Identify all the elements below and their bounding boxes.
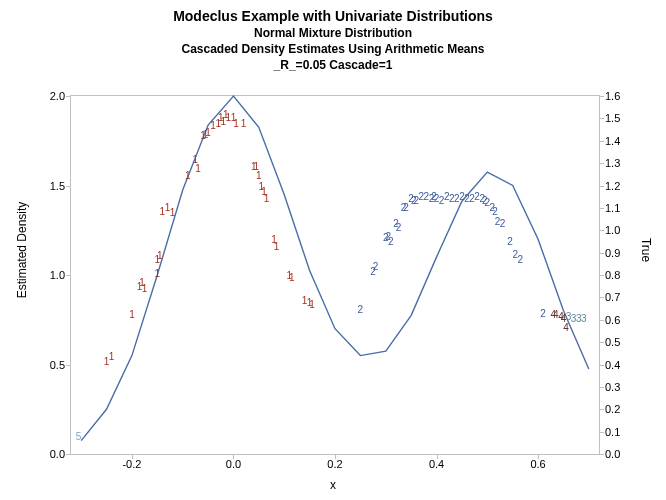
title-block: Modeclus Example with Univariate Distrib… bbox=[0, 8, 666, 72]
x-tick-label: 0.4 bbox=[429, 454, 444, 470]
chart-container: Modeclus Example with Univariate Distrib… bbox=[0, 0, 666, 500]
y-right-tick-label: 1.6 bbox=[599, 90, 620, 102]
y-left-tick-label: 1.0 bbox=[50, 269, 71, 281]
y-right-tick-label: 0.3 bbox=[599, 381, 620, 393]
y-right-tick-label: 0.4 bbox=[599, 359, 620, 371]
data-point-cluster-1: 1 bbox=[170, 207, 176, 218]
data-point-cluster-1: 1 bbox=[309, 298, 315, 309]
data-point-cluster-1: 1 bbox=[185, 169, 191, 180]
data-point-cluster-1: 1 bbox=[289, 271, 295, 282]
chart-title: Modeclus Example with Univariate Distrib… bbox=[0, 8, 666, 24]
y-right-tick-label: 0.5 bbox=[599, 336, 620, 348]
x-tick-label: 0.0 bbox=[226, 454, 241, 470]
data-point-cluster-1: 1 bbox=[157, 250, 163, 261]
data-point-cluster-2: 2 bbox=[518, 253, 524, 264]
y-right-tick-label: 1.1 bbox=[599, 202, 620, 214]
x-tick-label: 0.6 bbox=[530, 454, 545, 470]
y-left-tick-label: 0.0 bbox=[50, 448, 71, 460]
data-point-cluster-2: 2 bbox=[388, 235, 394, 246]
y-right-tick-label: 1.4 bbox=[599, 135, 620, 147]
chart-subtitle-2: Cascaded Density Estimates Using Arithme… bbox=[0, 42, 666, 56]
x-axis-label: x bbox=[0, 478, 666, 492]
chart-subtitle-1: Normal Mixture Distribution bbox=[0, 26, 666, 40]
y-right-tick-label: 1.5 bbox=[599, 112, 620, 124]
y-right-tick-label: 0.1 bbox=[599, 426, 620, 438]
data-point-cluster-3: 3 bbox=[581, 312, 587, 323]
data-point-cluster-1: 1 bbox=[256, 169, 262, 180]
y-right-tick-label: 1.0 bbox=[599, 224, 620, 236]
data-point-cluster-1: 1 bbox=[264, 193, 270, 204]
density-curve bbox=[71, 96, 599, 454]
data-point-cluster-1: 1 bbox=[129, 309, 135, 320]
x-tick-label: -0.2 bbox=[122, 454, 141, 470]
data-point-cluster-1: 1 bbox=[241, 117, 247, 128]
y-right-tick-label: 0.0 bbox=[599, 448, 620, 460]
data-point-cluster-4: 4 bbox=[563, 321, 569, 332]
data-point-cluster-2: 2 bbox=[492, 205, 498, 216]
x-tick-label: 0.2 bbox=[327, 454, 342, 470]
y-axis-label-left: Estimated Density bbox=[15, 190, 29, 310]
y-right-tick-label: 0.9 bbox=[599, 247, 620, 259]
y-right-tick-label: 0.8 bbox=[599, 269, 620, 281]
y-left-tick-label: 0.5 bbox=[50, 359, 71, 371]
y-left-tick-label: 1.5 bbox=[50, 180, 71, 192]
chart-subtitle-3: _R_=0.05 Cascade=1 bbox=[0, 58, 666, 72]
data-point-cluster-2: 2 bbox=[507, 235, 513, 246]
data-point-cluster-1: 1 bbox=[155, 268, 161, 279]
data-point-cluster-2: 2 bbox=[396, 221, 402, 232]
data-point-cluster-2: 2 bbox=[358, 304, 364, 315]
data-point-cluster-2: 2 bbox=[500, 218, 506, 229]
data-point-cluster-1: 1 bbox=[142, 282, 148, 293]
data-point-cluster-1: 1 bbox=[274, 241, 280, 252]
y-right-tick-label: 1.2 bbox=[599, 180, 620, 192]
y-right-tick-label: 0.6 bbox=[599, 314, 620, 326]
data-point-cluster-1: 1 bbox=[109, 350, 115, 361]
data-point-cluster-1: 1 bbox=[195, 162, 201, 173]
y-right-tick-label: 0.2 bbox=[599, 403, 620, 415]
data-point-cluster-1: 1 bbox=[233, 117, 239, 128]
data-point-cluster-2: 2 bbox=[373, 261, 379, 272]
y-axis-label-right: True bbox=[639, 220, 653, 280]
y-right-tick-label: 1.3 bbox=[599, 157, 620, 169]
plot-area: 0.00.51.01.52.00.00.10.20.30.40.50.60.70… bbox=[70, 95, 600, 455]
data-point-cluster-2: 2 bbox=[540, 307, 546, 318]
data-point-cluster-5: 5 bbox=[76, 431, 82, 442]
y-left-tick-label: 2.0 bbox=[50, 90, 71, 102]
y-right-tick-label: 0.7 bbox=[599, 291, 620, 303]
